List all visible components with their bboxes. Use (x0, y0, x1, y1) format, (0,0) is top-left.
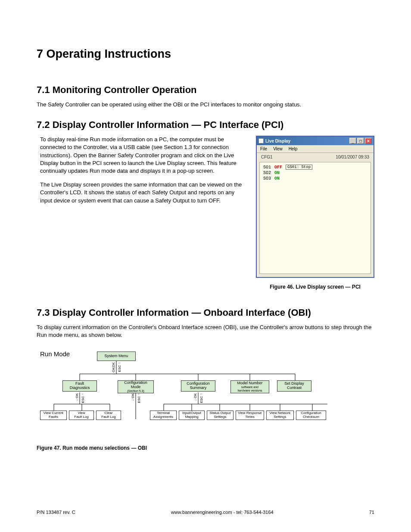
output-state: ON (274, 171, 280, 175)
menu-view[interactable]: View (273, 146, 283, 151)
footer-page-number: 71 (369, 510, 374, 515)
menu-help[interactable]: Help (289, 146, 298, 151)
close-button[interactable]: × (365, 138, 372, 144)
app-icon (258, 138, 264, 143)
figure-47-caption: Figure 47. Run mode menu selections — OB… (37, 445, 374, 451)
section-7-2-heading: 7.2 Display Controller Information — PC … (37, 119, 374, 131)
live-display-body: SO1 OFF GS01: Stop SO2 ON SO3 ON (259, 162, 371, 274)
section-7-1-heading: 7.1 Monitoring Controller Operation (37, 84, 374, 96)
nav-ok-label: ↓ OKOK (112, 362, 115, 375)
output-row: SO1 OFF GS01: Stop (263, 165, 367, 170)
nav-esc-label: ESC ↑ (81, 393, 85, 403)
output-state: ON (274, 176, 280, 181)
section-7-3-heading: 7.3 Display Controller Information — Onb… (37, 307, 374, 318)
timestamp: 10/01/2007 09:33 (336, 155, 369, 159)
node-model-number: Model Numbersoftware andhardware version… (230, 380, 269, 393)
section-7-2-para-1: To display real-time Run mode informatio… (37, 136, 243, 175)
section-7-3-body: To display current information on the Co… (37, 324, 374, 339)
output-state: OFF (274, 165, 282, 170)
minimize-button[interactable]: _ (349, 138, 356, 144)
output-tag: GS01: Stop (286, 165, 312, 170)
chapter-heading: 7 Operating Instructions (37, 47, 374, 61)
window-titlebar: Live Display _ □ × (257, 137, 374, 145)
footer-part-number: P/N 133487 rev. C (37, 510, 75, 515)
nav-ok-label: ↓ OK (193, 393, 197, 401)
node-view-current-faults: View CurrentFaults (40, 411, 67, 420)
node-status-output-settings: Status OutputSettings (207, 411, 234, 420)
nav-ok-label: ↓ OK (131, 393, 135, 401)
maximize-button[interactable]: □ (357, 138, 364, 144)
node-system-menu: System Menu (97, 352, 136, 361)
menu-file[interactable]: File (260, 146, 267, 151)
output-id: SO2 (263, 171, 271, 175)
footer-url: www.bannerengineering.com - tel: 763-544… (171, 510, 274, 515)
node-io-mapping: Input/OutputMapping (179, 411, 205, 420)
output-row: SO2 ON (263, 171, 367, 175)
nav-ok-label: ↓ OK (75, 393, 79, 401)
page-footer: P/N 133487 rev. C www.bannerengineering.… (37, 510, 374, 515)
nav-esc-label: ESC ↑ (199, 393, 203, 403)
node-terminal-assignments: TerminalAssignments (150, 411, 177, 420)
menu-diagram: ↓ OKOK ESC ↑ ↓ OK ESC ↑ ↓ OK ESC ↑ ↓ OK … (37, 350, 338, 436)
node-set-display-contrast: Set DisplayContrast (277, 380, 311, 392)
node-configuration-summary: ConfigurationSummary (181, 380, 215, 392)
section-7-1-body: The Safety Controller can be operated us… (37, 101, 374, 109)
window-title: Live Display (265, 139, 290, 143)
node-clear-fault-log: ClearFault Log (96, 411, 121, 420)
output-id: SO3 (263, 176, 271, 181)
output-row: SO3 ON (263, 176, 367, 181)
menubar: File View Help (257, 145, 374, 153)
live-display-window: Live Display _ □ × File View Help CFG1 1… (256, 136, 374, 278)
config-name: CFG1 (261, 155, 273, 159)
node-view-fault-log: ViewFault Log (69, 411, 94, 420)
nav-esc-label: ESC ↑ (118, 362, 121, 372)
node-view-network-settings: View NetworkSettings (266, 411, 294, 420)
node-configuration-mode: ConfigurationMode(Section 5.3) (118, 380, 154, 393)
figure-46-caption: Figure 46. Live Display screen — PCI (256, 284, 374, 290)
section-7-2-para-2: The Live Display screen provides the sam… (37, 181, 243, 205)
node-fault-diagnostics: FaultDiagnostics (62, 380, 97, 392)
node-view-response-times: View ResponseTimes (236, 411, 264, 420)
output-id: SO1 (263, 165, 271, 170)
nav-esc-label: ESC ↑ (137, 393, 141, 403)
node-configuration-checksum: ConfigurationChecksum (296, 411, 326, 420)
